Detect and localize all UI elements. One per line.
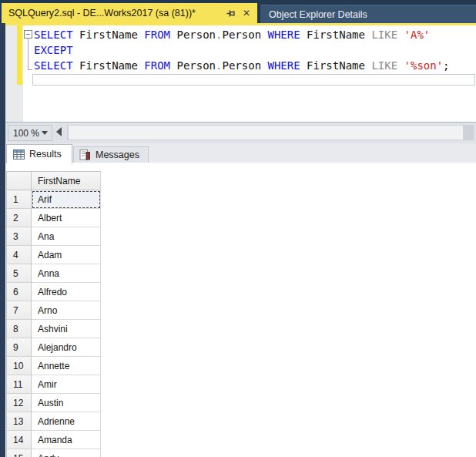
code-fold-collapse-icon[interactable]: − <box>24 30 32 39</box>
column-header-firstname[interactable]: FirstName <box>32 172 101 190</box>
row-header[interactable]: 11 <box>7 375 32 394</box>
window-left-edge <box>0 23 5 457</box>
row-header[interactable]: 6 <box>7 283 32 301</box>
cell-firstname[interactable]: Amanda <box>32 431 101 449</box>
row-header[interactable]: 8 <box>7 320 32 338</box>
row-header[interactable]: 12 <box>7 394 32 412</box>
table-row: 13Adrienne <box>7 412 101 431</box>
cell-firstname[interactable]: Arno <box>32 301 101 320</box>
row-header[interactable]: 14 <box>7 431 32 449</box>
row-header[interactable]: 3 <box>7 227 32 246</box>
sql-token: 'A%' <box>404 29 431 41</box>
cell-firstname[interactable]: Austin <box>32 394 101 412</box>
cell-firstname[interactable]: Adrienne <box>32 412 101 431</box>
sql-token: Person <box>176 59 216 72</box>
table-row: 7Arno <box>7 301 101 320</box>
table-row: 11Amir <box>7 375 101 394</box>
tab-sqlquery[interactable]: SQLQuery2.sql - DE...Works2017 (sa (81))… <box>2 3 257 23</box>
table-row: 15Andy <box>7 449 101 457</box>
tab-messages[interactable]: Messages <box>73 146 149 163</box>
sql-token: FirstName <box>79 29 144 41</box>
sql-code[interactable]: SELECT FirstName FROM Person.Person WHER… <box>34 27 450 73</box>
tab-object-explorer-details-title: Object Explorer Details <box>269 9 367 20</box>
tab-results-label: Results <box>29 149 62 160</box>
row-header[interactable]: 5 <box>7 264 32 283</box>
tab-messages-label: Messages <box>96 150 139 160</box>
close-icon[interactable]: ✕ <box>240 7 253 19</box>
cell-firstname[interactable]: Anna <box>32 264 101 283</box>
current-line-highlight <box>32 74 475 86</box>
results-pane: FirstName 1Arif2Albert3Ana4Adam5Anna6Alf… <box>5 163 476 457</box>
zoom-level-value: 100 % <box>13 128 39 139</box>
sql-token: SELECT <box>34 29 79 41</box>
sql-token: FirstName <box>79 59 144 72</box>
table-row: 5Anna <box>7 264 101 283</box>
cell-firstname[interactable]: Amir <box>32 375 101 394</box>
horizontal-scrollbar[interactable] <box>67 125 474 140</box>
table-row: 10Annette <box>7 357 101 375</box>
sql-code-line[interactable]: EXCEPT <box>34 42 450 58</box>
sql-token: EXCEPT <box>34 44 73 56</box>
sql-token: LIKE <box>371 59 404 72</box>
table-row: 3Ana <box>7 227 101 246</box>
sql-token: Person <box>176 29 216 41</box>
chevron-down-icon <box>42 131 48 135</box>
editor-status-bar: 100 % <box>5 122 476 143</box>
cell-firstname[interactable]: Arif <box>32 190 101 209</box>
sql-token: FirstName <box>307 59 371 72</box>
cell-firstname[interactable]: Adam <box>32 246 101 264</box>
results-grid-icon <box>13 150 25 160</box>
change-tracking-bar <box>17 25 22 85</box>
sql-code-line[interactable]: SELECT FirstName FROM Person.Person WHER… <box>34 27 450 42</box>
horizontal-scrollbar-thumb[interactable] <box>69 126 463 139</box>
sql-editor[interactable]: − SELECT FirstName FROM Person.Person WH… <box>5 25 476 122</box>
scroll-left-arrow-icon[interactable] <box>56 127 62 136</box>
sql-token: WHERE <box>268 29 307 41</box>
grid-body: 1Arif2Albert3Ana4Adam5Anna6Alfredo7Arno8… <box>7 190 101 457</box>
sql-token: FROM <box>144 29 176 41</box>
grid-header-row: FirstName <box>7 172 101 190</box>
messages-icon <box>79 150 91 160</box>
document-tab-bar: SQLQuery2.sql - DE...Works2017 (sa (81))… <box>0 0 476 23</box>
cell-firstname[interactable]: Annette <box>32 357 101 375</box>
sql-token: '%son' <box>404 59 444 72</box>
tab-object-explorer-details[interactable]: Object Explorer Details <box>260 5 476 23</box>
row-header[interactable]: 7 <box>7 301 32 320</box>
cell-firstname[interactable]: Albert <box>32 209 101 227</box>
row-header[interactable]: 13 <box>7 412 32 431</box>
sql-token: ; <box>443 59 449 72</box>
sql-token: SELECT <box>34 59 79 72</box>
cell-firstname[interactable]: Alejandro <box>32 338 101 357</box>
cell-firstname[interactable]: Andy <box>32 449 101 457</box>
table-row: 9Alejandro <box>7 338 101 357</box>
table-row: 8Ashvini <box>7 320 101 338</box>
table-row: 14Amanda <box>7 431 101 449</box>
zoom-level-dropdown[interactable]: 100 % <box>8 125 52 141</box>
cell-firstname[interactable]: Alfredo <box>32 283 101 301</box>
sql-token: Person <box>222 29 267 41</box>
sql-code-line[interactable]: SELECT FirstName FROM Person.Person WHER… <box>34 58 450 73</box>
row-header[interactable]: 4 <box>7 246 32 264</box>
table-row: 12Austin <box>7 394 101 412</box>
tab-sqlquery-title: SQLQuery2.sql - DE...Works2017 (sa (81))… <box>8 8 220 18</box>
sql-token: FROM <box>144 59 176 72</box>
row-header[interactable]: 2 <box>7 209 32 227</box>
table-row: 4Adam <box>7 246 101 264</box>
sql-token: FirstName <box>307 29 371 41</box>
row-header[interactable]: 10 <box>7 357 32 375</box>
row-header[interactable]: 1 <box>7 190 32 209</box>
cell-firstname[interactable]: Ana <box>32 227 101 246</box>
table-row: 1Arif <box>7 190 101 209</box>
row-header[interactable]: 9 <box>7 338 32 357</box>
sql-token: LIKE <box>371 29 404 41</box>
grid-corner-cell[interactable] <box>7 172 32 190</box>
sql-token: Person <box>222 59 267 72</box>
pin-icon[interactable] <box>224 7 236 19</box>
tab-results[interactable]: Results <box>6 144 72 163</box>
row-header[interactable]: 15 <box>7 449 32 457</box>
results-tab-strip: Results Messages <box>5 143 476 163</box>
cell-firstname[interactable]: Ashvini <box>32 320 101 338</box>
table-row: 6Alfredo <box>7 283 101 301</box>
table-row: 2Albert <box>7 209 101 227</box>
sql-token: WHERE <box>268 59 307 72</box>
